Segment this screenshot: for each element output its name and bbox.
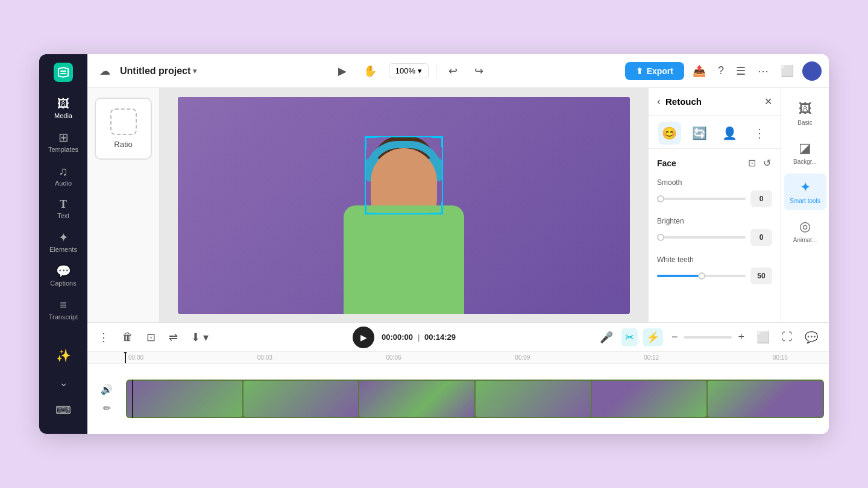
text-label: Text (57, 212, 69, 219)
app-logo[interactable] (52, 61, 74, 83)
retouch-tab-more[interactable]: ⋮ (748, 122, 771, 145)
sidebar-item-audio[interactable]: ♫ Audio (43, 160, 84, 192)
white-teeth-thumb[interactable] (698, 272, 705, 280)
smooth-value: 0 (750, 190, 772, 207)
right-tool-basic[interactable]: 🖼 Basic (784, 95, 826, 132)
compare-button[interactable]: ⊡ (747, 156, 757, 170)
smart-tool-label: Smart tools (790, 198, 820, 204)
brighten-slider-track[interactable] (657, 236, 746, 239)
magnet-button[interactable]: ⚡ (643, 328, 663, 346)
ratio-card[interactable]: Ratio (95, 98, 152, 160)
right-tool-background[interactable]: ◪ Backgr... (784, 134, 826, 171)
brighten-slider-row: Brighten 0 (657, 217, 772, 246)
timeline-play-button[interactable]: ▶ (353, 327, 374, 348)
topbar-right: ⬆ Export 📤 ? ☰ ⋯ ⬜ (625, 61, 822, 81)
more-button[interactable]: ⋯ (754, 62, 772, 80)
brighten-thumb[interactable] (657, 234, 664, 241)
right-tool-animate[interactable]: ◎ Animat... (784, 213, 826, 249)
timeline-right-controls: 🎤 ✂ ⚡ − + ⬜ ⛶ 💬 (596, 328, 822, 346)
split-track-button[interactable]: ✂ (621, 328, 638, 346)
right-tool-smart[interactable]: ✦ Smart tools (784, 174, 826, 210)
retouch-panel: ‹ Retouch ✕ 😊 🔄 👤 ⋮ Face ⊡ (648, 88, 781, 322)
ruler-mark-0: 00:00 (128, 354, 143, 361)
basic-tool-label: Basic (797, 119, 812, 126)
timeline-split-button[interactable]: ⋮ (95, 328, 113, 346)
sidebar-item-elements[interactable]: ✦ Elements (43, 227, 84, 258)
sidebar-item-keyboard[interactable]: ⌨ (43, 399, 84, 422)
hand-tool-button[interactable]: ✋ (359, 62, 382, 80)
background-tool-icon: ◪ (799, 140, 811, 156)
timeline-crop-button[interactable]: ⊡ (143, 328, 159, 346)
topbar-center: ▶ ✋ 100% ▾ ↩ ↪ (201, 62, 620, 80)
retouch-tab-face[interactable]: 😊 (658, 122, 681, 145)
export-button[interactable]: ⬆ Export (625, 62, 684, 80)
video-track[interactable] (126, 380, 824, 418)
strip-thumb-2 (244, 381, 359, 417)
mic-button[interactable]: 🎤 (596, 328, 617, 346)
retouch-back-button[interactable]: ‹ (657, 95, 661, 108)
timeline-flip-button[interactable]: ⇌ (165, 328, 181, 346)
pencil-button[interactable]: ✏ (102, 401, 112, 415)
redo-button[interactable]: ↪ (470, 62, 488, 80)
basic-tool-icon: 🖼 (799, 101, 812, 117)
smooth-slider-track[interactable] (657, 198, 746, 200)
sidebar-expand-btn[interactable]: ⌄ (54, 371, 73, 394)
animate-tool-label: Animat... (793, 237, 817, 243)
zoom-out-button[interactable]: − (668, 328, 682, 346)
project-title-text: Untitled project (120, 66, 190, 77)
reset-button[interactable]: ↺ (762, 156, 772, 170)
ratio-panel: Ratio (87, 88, 160, 322)
zoom-control[interactable]: 100% ▾ (389, 63, 429, 78)
retouch-tab-skin[interactable]: 👤 (718, 122, 741, 145)
volume-button[interactable]: 🔊 (99, 383, 114, 396)
retouch-section-actions: ⊡ ↺ (747, 156, 772, 170)
help-button[interactable]: ? (714, 62, 728, 80)
retouch-tab-body[interactable]: 🔄 (688, 122, 711, 145)
captions-label: Captions (50, 280, 76, 287)
play-preview-button[interactable]: ▶ (333, 62, 351, 80)
sidebar-item-transcript[interactable]: ≡ Transcript (43, 294, 84, 325)
white-teeth-value: 50 (750, 267, 772, 284)
share-button[interactable]: 📤 (689, 62, 709, 80)
settings-button[interactable]: ☰ (732, 62, 749, 80)
sidebar-item-media[interactable]: 🖼 Media (43, 93, 84, 124)
comment-button[interactable]: 💬 (801, 328, 822, 346)
user-avatar[interactable] (802, 61, 822, 81)
white-teeth-track-row: 50 (657, 267, 772, 284)
svg-rect-0 (54, 63, 73, 82)
split-view-button[interactable]: ⬜ (777, 62, 797, 80)
ratio-icon (110, 108, 137, 135)
media-label: Media (54, 112, 72, 119)
editor-area: Ratio (87, 88, 829, 322)
sidebar-item-text[interactable]: T Text (43, 194, 84, 224)
timeline-delete-button[interactable]: 🗑 (119, 328, 137, 346)
smooth-thumb[interactable] (657, 195, 664, 202)
retouch-close-button[interactable]: ✕ (764, 96, 772, 107)
fit-timeline-button[interactable]: ⬜ (753, 328, 773, 346)
zoom-chevron-icon: ▾ (418, 66, 422, 75)
shirt (344, 205, 464, 314)
audio-icon: ♫ (59, 165, 68, 177)
brighten-value: 0 (750, 229, 772, 246)
right-tools-panel: 🖼 Basic ◪ Backgr... ✦ Smart tools ◎ Anim… (781, 88, 829, 322)
track-playhead-line (132, 380, 133, 418)
project-title[interactable]: Untitled project ▾ (120, 66, 197, 77)
sidebar-item-captions[interactable]: 💬 Captions (43, 260, 84, 292)
strip-thumb-1 (127, 381, 242, 417)
white-teeth-fill (657, 275, 702, 277)
timeline-ruler: 00:00 00:03 00:06 00:09 00:12 00:15 (87, 352, 829, 364)
sidebar-item-templates[interactable]: ⊞ Templates (43, 127, 84, 158)
strip-thumb-6 (708, 381, 823, 417)
brighten-label: Brighten (657, 217, 772, 225)
transcript-label: Transcript (49, 313, 78, 321)
project-title-chevron: ▾ (193, 67, 197, 75)
white-teeth-slider-track[interactable] (657, 275, 746, 277)
zoom-in-button[interactable]: + (734, 328, 748, 346)
sidebar-item-ai[interactable]: ✨ (43, 345, 84, 366)
undo-button[interactable]: ↩ (444, 62, 462, 80)
fullscreen-timeline-button[interactable]: ⛶ (778, 328, 796, 346)
video-strip (126, 380, 824, 418)
cloud-save-button[interactable]: ☁ (95, 62, 115, 80)
timeline-download-button[interactable]: ⬇ ▾ (187, 328, 212, 346)
zoom-track[interactable] (684, 336, 732, 339)
